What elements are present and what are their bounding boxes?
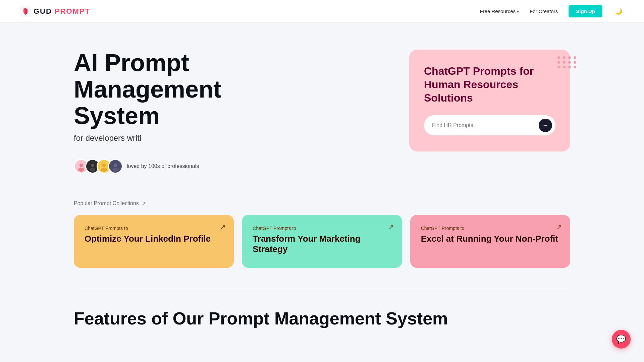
logo-icon <box>20 6 31 17</box>
avatar <box>108 159 123 174</box>
navbar: GUD PROMPT Free Resources ▾ For Creators… <box>0 0 644 23</box>
arrow-right-icon: → <box>542 122 548 129</box>
hero-left: AI Prompt Management System for develope… <box>74 50 282 174</box>
svg-point-6 <box>90 168 95 172</box>
hero-section: AI Prompt Management System for develope… <box>0 23 644 194</box>
logo-text: GUD <box>34 7 52 16</box>
card-subtitle: ChatGPT Prompts to <box>253 226 391 231</box>
card-subtitle: ChatGPT Prompts to <box>85 226 223 231</box>
features-title: Features of Our Prompt Management System <box>74 308 570 328</box>
collection-card-linkedin[interactable]: ↗ ChatGPT Prompts to Optimize Your Linke… <box>74 215 234 268</box>
for-creators-link[interactable]: For Creators <box>530 8 558 14</box>
search-input[interactable] <box>432 122 535 128</box>
card-subtitle: ChatGPT Prompts to <box>421 226 559 231</box>
section-label: Popular Prompt Collections ↗ <box>74 200 570 207</box>
search-button[interactable]: → <box>539 119 552 132</box>
collection-card-marketing[interactable]: ↗ ChatGPT Prompts to Transform Your Mark… <box>242 215 402 268</box>
svg-point-8 <box>102 164 106 167</box>
card-title: Optimize Your LinkedIn Profile <box>85 234 223 244</box>
search-bar: → <box>424 115 555 135</box>
external-link-icon: ↗ <box>220 223 226 231</box>
collections-section: Popular Prompt Collections ↗ ↗ ChatGPT P… <box>0 194 644 288</box>
hero-card-title: ChatGPT Prompts for Human Resources Solu… <box>424 64 555 105</box>
dark-mode-toggle[interactable]: 🌙 <box>613 6 624 17</box>
external-link-icon: ↗ <box>388 223 394 231</box>
trending-icon: ↗ <box>142 200 146 207</box>
hero-subtitle: for developers writi <box>74 133 282 143</box>
collections-grid: ↗ ChatGPT Prompts to Optimize Your Linke… <box>74 215 570 268</box>
chevron-down-icon: ▾ <box>517 9 519 14</box>
hero-card-container: ChatGPT Prompts for Human Resources Solu… <box>409 50 570 152</box>
avatar-label: loved by 100s of professionals <box>127 163 199 169</box>
svg-point-9 <box>101 168 107 172</box>
logo[interactable]: GUD PROMPT <box>20 6 90 17</box>
collection-card-nonprofit[interactable]: ↗ ChatGPT Prompts to Excel at Running Yo… <box>410 215 570 268</box>
hero-card: ChatGPT Prompts for Human Resources Solu… <box>409 50 570 152</box>
card-title: Transform Your Marketing Strategy <box>253 234 391 254</box>
dots-decoration <box>557 56 577 68</box>
card-title: Excel at Running Your Non-Profit <box>421 234 559 244</box>
hero-title: AI Prompt Management System <box>74 50 282 129</box>
svg-point-12 <box>112 168 118 172</box>
avatars-group <box>74 159 123 174</box>
avatar-row: loved by 100s of professionals <box>74 159 282 174</box>
nav-links: Free Resources ▾ For Creators Sign Up 🌙 <box>480 5 624 17</box>
external-link-icon: ↗ <box>556 223 562 231</box>
features-section: Features of Our Prompt Management System <box>0 288 644 335</box>
free-resources-link[interactable]: Free Resources ▾ <box>480 8 519 14</box>
svg-point-11 <box>114 164 117 167</box>
logo-text-prompt: PROMPT <box>55 7 90 16</box>
svg-point-2 <box>79 164 83 167</box>
svg-point-3 <box>78 168 84 172</box>
chat-button[interactable]: 💬 <box>612 330 631 349</box>
svg-point-5 <box>91 164 94 167</box>
chat-icon: 💬 <box>616 335 626 344</box>
signup-button[interactable]: Sign Up <box>569 5 602 17</box>
